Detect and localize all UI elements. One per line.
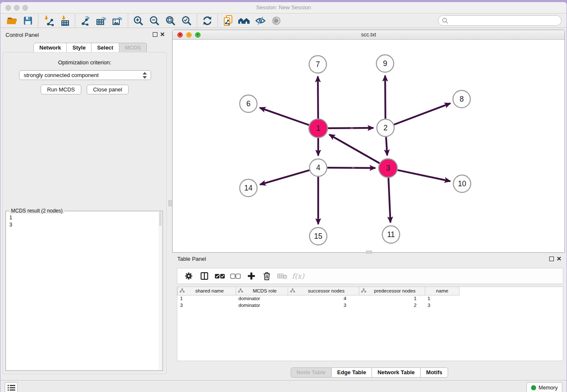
home-icon	[238, 16, 250, 26]
result-scrollbar[interactable]	[159, 212, 162, 370]
zoom-out-icon	[149, 15, 160, 26]
network-window-titlebar[interactable]: ✕ − + scc.txt	[173, 30, 564, 40]
mcds-result-text[interactable]: 1 3	[6, 213, 159, 370]
float-table-panel-icon[interactable]	[549, 257, 554, 261]
table-cell[interactable]: 1	[359, 295, 425, 302]
graph-node-9[interactable]: 9	[377, 55, 394, 72]
clone-network-button[interactable]	[220, 14, 236, 27]
trash-icon	[262, 271, 271, 281]
function-builder-button[interactable]: f(x)	[290, 269, 306, 283]
column-header-successor-nodes[interactable]: successor nodes	[288, 287, 359, 295]
table-cell[interactable]: 3	[178, 302, 236, 309]
edge-1-7[interactable]	[318, 76, 318, 119]
table-cell[interactable]: dominator	[236, 302, 288, 309]
node-label: 2	[383, 124, 388, 132]
delete-column-button[interactable]	[259, 269, 275, 283]
tab-select[interactable]: Select	[91, 43, 119, 53]
table-cell[interactable]: 1	[425, 295, 460, 302]
column-header-MCDS-role[interactable]: MCDS role	[236, 287, 288, 295]
edge-2-8[interactable]	[394, 103, 450, 124]
edge-2-9[interactable]	[385, 75, 385, 119]
tab-network[interactable]: Network	[33, 43, 67, 53]
column-header-name[interactable]: name	[425, 287, 460, 295]
graph-node-6[interactable]: 6	[240, 95, 257, 113]
table-row[interactable]: 3dominator323	[178, 302, 460, 309]
edge-2-3[interactable]	[386, 137, 387, 155]
optimization-criterion-label: Optimization criterion:	[3, 59, 166, 66]
table-panel-title: Table Panel	[177, 256, 206, 262]
edge-3-11[interactable]	[388, 178, 391, 223]
import-table-button[interactable]	[57, 14, 73, 27]
search-input[interactable]	[449, 17, 561, 25]
task-history-button[interactable]	[5, 382, 18, 392]
delete-table-button[interactable]	[275, 269, 290, 283]
close-panel-button[interactable]: Close panel	[87, 85, 129, 94]
edge-3-1[interactable]	[329, 135, 380, 163]
fit-content-button[interactable]	[162, 14, 179, 27]
table-cell[interactable]: 3	[288, 302, 359, 309]
table-body: 1dominator4113dominator323	[178, 295, 460, 309]
table-row[interactable]: 1dominator411	[178, 295, 460, 302]
zoom-selected-button[interactable]	[179, 14, 195, 27]
export-network-button[interactable]	[77, 14, 94, 27]
graph-node-3[interactable]: 3	[379, 159, 397, 177]
edge-1-6[interactable]	[260, 108, 309, 125]
column-header-predecessor-nodes[interactable]: predecessor nodes	[359, 287, 425, 295]
graph-node-8[interactable]: 8	[453, 91, 471, 108]
edge-4-14[interactable]	[260, 170, 309, 185]
network-window: ✕ − + scc.txt 7968124314101511	[172, 30, 565, 253]
tab-motifs[interactable]: Motifs	[421, 367, 448, 378]
graph-node-2[interactable]: 2	[377, 119, 394, 137]
memory-button[interactable]: Memory	[526, 382, 562, 392]
select-all-button[interactable]	[212, 269, 228, 283]
graph-node-1[interactable]: 1	[309, 119, 328, 138]
refresh-button[interactable]	[199, 14, 215, 27]
tab-node-table[interactable]: Node Table	[291, 367, 332, 378]
open-folder-icon	[6, 16, 18, 26]
tab-mcds[interactable]: MCDS	[119, 43, 147, 53]
tab-style[interactable]: Style	[67, 43, 91, 53]
graph-node-15[interactable]: 15	[310, 228, 327, 245]
run-mcds-button[interactable]: Run MCDS	[41, 85, 81, 94]
home-layout-button[interactable]	[236, 14, 252, 27]
tab-network-table[interactable]: Network Table	[372, 367, 421, 378]
import-network-button[interactable]	[41, 14, 57, 27]
show-columns-button[interactable]	[196, 269, 212, 283]
main-toolbar	[0, 14, 567, 28]
edge-3-10[interactable]	[398, 170, 451, 181]
edge-4-3[interactable]	[327, 168, 375, 168]
table-settings-button[interactable]	[181, 269, 196, 283]
column-header-shared-name[interactable]: shared name	[178, 287, 236, 295]
hide-selected-button[interactable]	[252, 14, 268, 27]
close-panel-icon[interactable]: ✕	[160, 31, 165, 38]
table-cell[interactable]: dominator	[236, 295, 288, 302]
zoom-in-button[interactable]	[130, 14, 146, 27]
application-window: Session: New Session	[0, 2, 567, 392]
table-cell[interactable]: 4	[288, 295, 359, 302]
graph-node-14[interactable]: 14	[240, 179, 257, 197]
zoom-out-button[interactable]	[146, 14, 162, 27]
graph-node-4[interactable]: 4	[310, 159, 327, 177]
table-panel: Table Panel ✕	[172, 254, 567, 378]
export-table-button[interactable]	[94, 14, 110, 27]
export-image-button[interactable]	[110, 14, 126, 27]
table-cell[interactable]: 1	[178, 295, 236, 302]
table-cell[interactable]: 2	[359, 302, 425, 309]
network-canvas[interactable]: 7968124314101511	[173, 40, 564, 252]
open-session-button[interactable]	[4, 14, 20, 27]
attribute-icon	[238, 288, 243, 293]
close-table-panel-icon[interactable]: ✕	[556, 255, 561, 262]
graph-node-11[interactable]: 11	[383, 226, 400, 243]
graph-node-7[interactable]: 7	[309, 56, 327, 73]
vertical-split-grip[interactable]	[168, 200, 172, 206]
tab-edge-table[interactable]: Edge Table	[332, 367, 372, 378]
show-all-button[interactable]	[268, 14, 284, 27]
criterion-select[interactable]: strongly connected component	[19, 70, 151, 80]
add-column-button[interactable]	[243, 269, 259, 283]
save-session-button[interactable]	[20, 14, 36, 27]
horizontal-split-grip[interactable]	[366, 251, 372, 254]
float-panel-icon[interactable]	[153, 32, 157, 37]
unselect-all-button[interactable]	[228, 269, 243, 283]
graph-node-10[interactable]: 10	[454, 175, 471, 193]
table-cell[interactable]: 3	[425, 302, 460, 309]
